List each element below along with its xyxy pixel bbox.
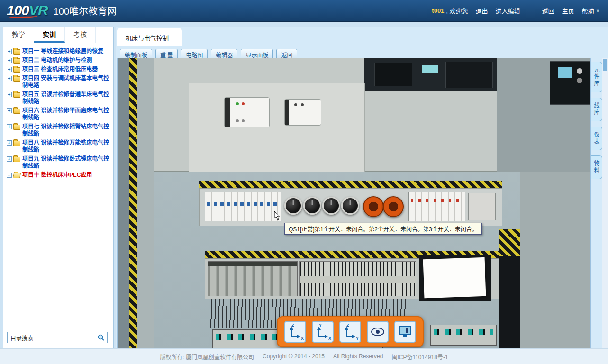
relay-module-1[interactable] <box>224 97 270 127</box>
tab-teaching[interactable]: 教学 <box>3 27 34 43</box>
search-button[interactable] <box>95 332 107 343</box>
expand-icon[interactable]: + <box>7 124 12 129</box>
tree-item-label: 项目七 识读并检修摇臂钻床电气控制线路 <box>22 123 111 137</box>
mid-hazard-bar <box>199 181 502 188</box>
expand-icon[interactable]: + <box>7 76 12 81</box>
axis-letter-v: Z <box>291 323 294 328</box>
expand-icon[interactable]: + <box>7 140 12 146</box>
scrollbar-thumb[interactable] <box>603 59 607 71</box>
search-input[interactable] <box>8 334 95 341</box>
view-visibility-button[interactable] <box>367 321 389 343</box>
note-paper[interactable] <box>423 257 486 298</box>
plc-console[interactable] <box>364 58 497 91</box>
axis-letter-h: X <box>328 336 331 341</box>
emergency-button-1[interactable] <box>363 196 384 217</box>
brand: 100VR 100唯尔教育网 <box>0 2 117 18</box>
simulation-viewport[interactable]: QS1[正常]第1个开关：未闭合。第2个开关：未闭合。第3个开关：未闭合。 Z <box>117 58 591 348</box>
username: t001 <box>432 7 444 14</box>
cabinet-left-column <box>137 58 154 348</box>
rotary-switch-3[interactable] <box>322 197 340 215</box>
eye-icon <box>370 327 385 337</box>
expand-icon[interactable]: + <box>7 58 12 63</box>
cabinet-left-edge <box>118 58 129 348</box>
switch-status-tooltip: QS1[正常]第1个开关：未闭合。第2个开关：未闭合。第3个开关：未闭合。 <box>284 223 482 235</box>
tree-item-label: 项目二 电动机的维护与检测 <box>22 57 92 64</box>
enter-edit-link[interactable]: 进入编辑 <box>496 6 520 15</box>
tab-wire-library[interactable]: 线库 <box>591 98 602 121</box>
folder-icon <box>13 141 20 146</box>
home-link[interactable]: 主页 <box>562 6 574 15</box>
bottom-right-terminal-row[interactable] <box>430 325 497 346</box>
top-header: 100VR 100唯尔教育网 t001 , 欢迎您 退出 进入编辑 返回 主页 … <box>0 0 608 22</box>
right-lower-panel <box>520 172 591 348</box>
search-icon <box>97 334 105 341</box>
tree-item-label: 项目八 识读并检修万能铣床电气控制线路 <box>22 139 111 154</box>
top-nav: t001 , 欢迎您 退出 进入编辑 返回 主页 帮助 ∨ <box>432 6 608 15</box>
footer-copyright: Copyright © 2014 - 2015 <box>263 353 325 360</box>
control-unit[interactable] <box>550 61 590 105</box>
axis-letter-h: X <box>301 336 304 341</box>
relay-module-2[interactable] <box>284 99 321 126</box>
view-panel-button[interactable] <box>394 321 416 343</box>
sidebar-item-project-9[interactable]: + 项目九 识读并检修卧式镗床电气控制线路 <box>7 155 111 170</box>
folder-icon <box>13 58 20 64</box>
folder-icon <box>13 109 20 114</box>
sidebar-item-project-1[interactable]: + 项目一 导线连接和绝缘层的恢复 <box>7 48 111 55</box>
view-yx-button[interactable]: Y X <box>312 321 334 343</box>
aux-module[interactable] <box>468 193 496 220</box>
site-logo: 100VR <box>7 2 48 18</box>
tab-materials[interactable]: 物料 <box>591 155 602 179</box>
monitor-icon <box>398 325 412 338</box>
chevron-down-icon[interactable]: ∨ <box>596 8 599 13</box>
rotary-switch-4[interactable] <box>341 197 359 215</box>
view-toolbar: Z X Y X Z Y <box>277 316 424 347</box>
tab-assessment[interactable]: 考核 <box>65 27 96 43</box>
emergency-button-2[interactable] <box>383 196 404 217</box>
white-inner-panel <box>189 83 365 172</box>
contactor-row[interactable] <box>208 261 298 296</box>
expand-icon[interactable]: + <box>7 67 12 72</box>
folder-icon <box>13 67 20 73</box>
main-content: 机床与电气控制 绘制面板 重 置 电路图 编辑器 显示面板 返回 <box>116 27 608 348</box>
breaker-row-qs1[interactable] <box>205 192 281 221</box>
folder-icon <box>13 76 20 82</box>
axis-zx-icon <box>288 325 302 339</box>
tab-component-library[interactable]: 元件库 <box>591 62 602 92</box>
tree-item-label: 项目十 数控机床中PLC应用 <box>22 172 92 179</box>
collapse-icon[interactable]: − <box>7 173 12 178</box>
axis-letter-v: Y <box>319 323 322 328</box>
sidebar-item-project-4[interactable]: + 项目四 安装与调试机床基本电气控制电路 <box>7 75 111 89</box>
sidebar-item-project-6[interactable]: + 项目六 识读并检修平面磨床电气控制线路 <box>7 107 111 121</box>
terminal-strip[interactable] <box>299 261 416 296</box>
breaker-row-b[interactable] <box>408 192 465 221</box>
expand-icon[interactable]: + <box>7 49 12 54</box>
sidebar-item-project-5[interactable]: + 项目五 识读并检修普通车床电气控制线路 <box>7 91 111 105</box>
tree-item-label: 项目九 识读并检修卧式镗床电气控制线路 <box>22 155 111 170</box>
rotary-switch-2[interactable] <box>303 197 321 215</box>
tree-item-label: 项目六 识读并检修平面磨床电气控制线路 <box>22 107 111 121</box>
view-zx-button[interactable]: Z X <box>284 321 306 343</box>
axis-yx-icon <box>316 325 330 339</box>
view-zy-button[interactable]: Z Y <box>339 321 361 343</box>
logout-link[interactable]: 退出 <box>476 6 488 15</box>
right-hazard-segment <box>499 229 520 256</box>
folder-icon <box>13 92 20 98</box>
sidebar-item-project-10[interactable]: − 项目十 数控机床中PLC应用 <box>7 172 111 179</box>
catalog-search <box>7 332 108 343</box>
help-link[interactable]: 帮助 <box>582 6 594 15</box>
tree-item-label: 项目五 识读并检修普通车床电气控制线路 <box>22 91 111 105</box>
scene-scrollbar[interactable] <box>602 58 608 348</box>
expand-icon[interactable]: + <box>7 92 12 97</box>
footer-rights: All Rights Reserved <box>333 353 383 360</box>
tab-instruments[interactable]: 仪表 <box>591 127 602 150</box>
sidebar-item-project-7[interactable]: + 项目七 识读并检修摇臂钻床电气控制线路 <box>7 123 111 137</box>
back-link[interactable]: 返回 <box>542 6 554 15</box>
sidebar-item-project-8[interactable]: + 项目八 识读并检修万能铣床电气控制线路 <box>7 139 111 154</box>
sidebar-item-project-3[interactable]: + 项目三 检查机床常用低压电器 <box>7 66 111 73</box>
tree-item-label: 项目一 导线连接和绝缘层的恢复 <box>22 48 103 55</box>
expand-icon[interactable]: + <box>7 156 12 162</box>
rotary-switch-1[interactable] <box>284 197 302 215</box>
sidebar-item-project-2[interactable]: + 项目二 电动机的维护与检测 <box>7 57 111 64</box>
tab-training[interactable]: 实训 <box>34 27 65 43</box>
expand-icon[interactable]: + <box>7 108 12 113</box>
